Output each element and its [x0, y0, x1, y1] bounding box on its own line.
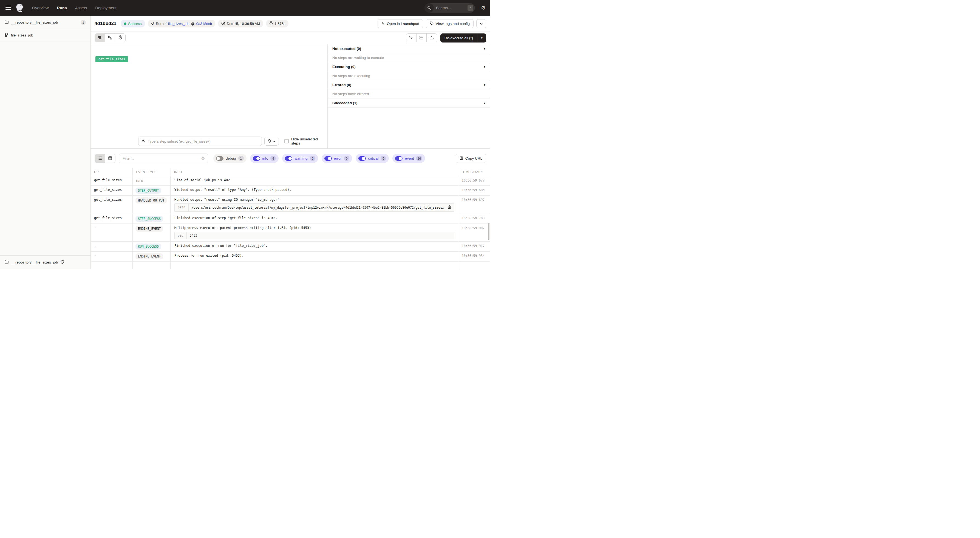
log-list-view-button[interactable] — [95, 154, 105, 162]
step-subset-field[interactable] — [138, 137, 262, 146]
nav-assets[interactable]: Assets — [75, 6, 87, 10]
log-info: Size of serial_job.py is 482 — [170, 176, 459, 185]
gear-icon[interactable]: ⚙ — [481, 5, 485, 10]
log-table: OP EVENT TYPE INFO TIMESTAMP get_file_si… — [91, 168, 490, 269]
gantt-waterfall-view-button[interactable] — [105, 34, 115, 42]
log-table-filler — [91, 262, 490, 269]
section-executing[interactable]: Executing (0) ▾ — [328, 62, 490, 71]
toggle-switch — [325, 156, 332, 161]
metadata-key: path — [175, 204, 189, 212]
dagster-logo-icon[interactable] — [15, 3, 24, 13]
nav-runs[interactable]: Runs — [57, 6, 67, 10]
panel-collapse-down-button[interactable] — [406, 34, 417, 42]
log-row[interactable]: get_file_sizes STEP_SUCCESS Finished exe… — [91, 214, 490, 224]
log-info: Finished execution of step "get_file_siz… — [170, 214, 459, 223]
folder-icon — [5, 20, 8, 24]
layers-icon — [267, 139, 271, 144]
log-structured-view-button[interactable] — [105, 154, 115, 162]
clock-icon — [221, 21, 225, 26]
gantt-flat-view-button[interactable] — [95, 34, 105, 42]
level-toggle-warning[interactable]: warning 0 — [282, 154, 318, 163]
sidebar: __repository__file_sizes_job 1 file_size… — [0, 16, 91, 269]
section-errored[interactable]: Errored (0) ▾ — [328, 80, 490, 89]
log-info: Yielded output "result" of type "Any". (… — [170, 186, 459, 195]
middle-panels: get_file_sizes — [91, 44, 490, 148]
log-row[interactable]: get_file_sizes INFO Size of serial_job.p… — [91, 176, 490, 186]
step-subset-input[interactable] — [147, 139, 259, 144]
view-tags-config-button[interactable]: View tags and config — [426, 19, 474, 28]
level-label: error — [334, 156, 342, 161]
history-icon: ↺ — [151, 22, 154, 25]
log-table-header: OP EVENT TYPE INFO TIMESTAMP — [91, 168, 490, 176]
graph-query-toggle-button[interactable] — [264, 137, 279, 146]
search-input[interactable] — [434, 6, 468, 10]
log-row[interactable]: get_file_sizes HANDLED_OUTPUT Handled ou… — [91, 196, 490, 214]
chevron-down-icon: ▾ — [484, 65, 485, 68]
sidebar-item-job[interactable]: file_sizes_job — [0, 29, 91, 41]
reexecute-menu-button[interactable]: ▾ — [477, 33, 486, 43]
log-row[interactable]: - ENGINE_EVENT Process for run exited (p… — [91, 252, 490, 262]
path-link[interactable]: /Users/erincochran/Desktop/asset_tutoria… — [192, 206, 445, 210]
level-toggle-error[interactable]: error 0 — [321, 154, 352, 163]
level-toggle-debug[interactable]: debug 1 — [213, 154, 247, 163]
run-of-pill: ↺ Run of file_sizes_job @ 0a318dcb — [148, 20, 215, 27]
toggle-switch — [285, 156, 292, 161]
header-actions: ✎ Open in Launchpad View tags and config — [377, 19, 486, 28]
copy-path-icon[interactable] — [448, 205, 451, 210]
gantt-flat-icon — [98, 36, 102, 40]
commit-link[interactable]: 0a318dcb — [196, 22, 212, 26]
reexecute-all-button[interactable]: Re-execute all (*) — [441, 33, 477, 43]
gantt-step-bar[interactable]: get_file_sizes — [95, 56, 128, 62]
section-succeeded[interactable]: Succeeded (1) ▸ — [328, 99, 490, 108]
step-selector-icon — [141, 139, 145, 144]
sidebar-footer-repository[interactable]: __repository__file_sizes_job — [0, 255, 91, 269]
level-label: debug — [226, 156, 236, 161]
panel-split-button[interactable] — [417, 34, 427, 42]
log-filter-field[interactable]: ⊗ — [119, 154, 208, 163]
level-count-badge: 0 — [380, 156, 386, 161]
log-timestamp: 10:36:59.907 — [459, 224, 490, 241]
log-op: get_file_sizes — [91, 214, 132, 223]
metadata-key: pid — [175, 232, 187, 239]
hide-unselected-checkbox[interactable] — [284, 139, 289, 143]
search-bar[interactable]: / — [425, 3, 475, 13]
more-actions-button[interactable] — [476, 19, 486, 28]
log-row[interactable]: - RUN_SUCCESS Finished execution of run … — [91, 242, 490, 252]
open-launchpad-button[interactable]: ✎ Open in Launchpad — [377, 19, 423, 28]
level-toggle-info[interactable]: info 4 — [250, 154, 279, 163]
level-count-badge: 16 — [416, 156, 422, 161]
log-view-toggle — [95, 154, 115, 163]
log-filter-input[interactable] — [122, 156, 201, 161]
log-row[interactable]: get_file_sizes STEP_OUTPUT Yielded outpu… — [91, 186, 490, 196]
clear-filter-icon[interactable]: ⊗ — [201, 156, 205, 161]
top-nav: Overview Runs Assets Deployment / ⚙ — [0, 0, 490, 16]
level-toggle-event[interactable]: event 16 — [392, 154, 425, 163]
panel-expand-up-button[interactable] — [427, 34, 437, 42]
timer-icon — [118, 35, 122, 40]
gantt-toolbar: Re-execute all (*) ▾ — [91, 32, 490, 44]
job-link[interactable]: file_sizes_job — [168, 22, 189, 26]
log-scrollbar-thumb[interactable] — [488, 223, 490, 240]
refresh-icon[interactable] — [60, 260, 64, 264]
run-header: 4d1bbd21 Success ↺ Run of file_sizes_job… — [91, 16, 490, 32]
hide-unselected-label: Hide unselected steps — [291, 137, 328, 145]
sidebar-item-repository[interactable]: __repository__file_sizes_job 1 — [0, 16, 91, 29]
log-row[interactable]: - ENGINE_EVENT Multiprocess executor: pa… — [91, 224, 490, 242]
copy-url-button[interactable]: Copy URL — [456, 154, 486, 163]
log-op: - — [91, 252, 132, 261]
log-toolbar: ⊗ debug 1 info 4 — [91, 149, 490, 168]
log-info: Finished execution of run for "file_size… — [170, 242, 459, 251]
col-header-info: INFO — [170, 168, 459, 176]
nav-deployment[interactable]: Deployment — [95, 6, 116, 10]
gantt-view-toggle — [95, 33, 126, 42]
run-of-label: Run of — [156, 22, 166, 26]
hide-unselected-steps[interactable]: Hide unselected steps — [284, 137, 328, 145]
menu-icon[interactable] — [5, 6, 11, 10]
nav-overview[interactable]: Overview — [32, 6, 49, 10]
col-header-timestamp: TIMESTAMP — [459, 168, 490, 176]
gantt-timer-view-button[interactable] — [115, 34, 125, 42]
run-duration-pill: 1.675s — [266, 20, 288, 27]
section-not-executed[interactable]: Not executed (0) ▾ — [328, 44, 490, 53]
level-toggle-critical[interactable]: critical 0 — [356, 154, 389, 163]
structured-view-icon — [108, 156, 112, 161]
